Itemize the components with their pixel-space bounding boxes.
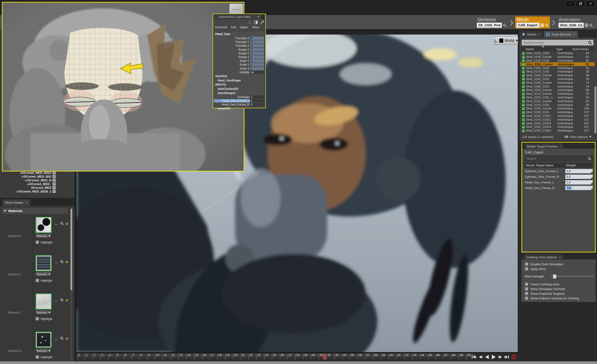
checkbox[interactable]: ✓ xyxy=(52,178,56,182)
checkbox[interactable]: ✓ xyxy=(52,174,56,178)
step-back-button[interactable] xyxy=(479,355,483,359)
timeline-tick[interactable]: 32 xyxy=(327,354,334,360)
checkbox[interactable] xyxy=(35,279,39,282)
channel-label[interactable]: Translate X xyxy=(214,37,250,40)
checkbox[interactable] xyxy=(525,292,528,295)
channel-value-field[interactable]: 1 xyxy=(250,59,264,63)
channel-label[interactable]: Scale Y xyxy=(214,63,250,66)
asset-row[interactable]: Shot_0160_COGAnimSeque51 xyxy=(520,66,595,70)
textures-dropdown[interactable]: Textures xyxy=(35,348,51,354)
breadcrumb-stage-skeleton[interactable]: SkeletonSK_COG_Prot xyxy=(476,16,508,28)
asset-row[interactable]: Shot_0140_COGAnimSeque92 xyxy=(520,59,595,63)
browse-icon[interactable] xyxy=(60,222,64,226)
channel-value-field[interactable]: 0 xyxy=(250,52,264,55)
channel-value-field[interactable]: 0 xyxy=(250,55,264,59)
checkbox[interactable] xyxy=(35,355,39,359)
search-icon[interactable] xyxy=(589,24,593,27)
drag-corner-icon[interactable] xyxy=(591,177,593,179)
channel-value-field[interactable]: 1 xyxy=(250,95,264,99)
channel-label[interactable]: Scale X xyxy=(214,59,250,63)
morph-weight-input[interactable]: 1.0 xyxy=(565,180,593,185)
timeline-tick[interactable]: 18 xyxy=(217,354,225,360)
grid-icon[interactable] xyxy=(541,24,544,27)
timeline-tick[interactable]: 28 xyxy=(295,354,303,360)
channel-label[interactable]: Visibility xyxy=(214,71,250,74)
browse-icon[interactable] xyxy=(60,336,64,341)
slider-handle[interactable] xyxy=(553,274,557,279)
drag-corner-icon[interactable] xyxy=(591,171,593,173)
reset-icon[interactable]: ↺ xyxy=(65,222,68,226)
timeline-tick[interactable]: 41 xyxy=(397,354,404,360)
timeline-tick[interactable]: 25 xyxy=(272,354,280,360)
asset-row[interactable]: Shot_0230_COG3AnimSeque107 xyxy=(520,121,595,125)
textures-dropdown[interactable]: Textures xyxy=(35,272,51,277)
column-type[interactable]: Type xyxy=(556,47,572,51)
timeline-tick[interactable]: 23 xyxy=(256,354,264,360)
step-forward-button[interactable] xyxy=(498,355,502,359)
timeline-tick[interactable]: 8 xyxy=(140,354,147,360)
timeline-tick[interactable]: 4 xyxy=(109,354,116,360)
world-coordinate-button[interactable]: World xyxy=(494,36,519,45)
skeleton-tree-row[interactable]: DConed_MED_B✓ xyxy=(0,178,75,182)
timeline-tick[interactable]: 44 xyxy=(420,354,428,360)
material-thumbnail[interactable] xyxy=(35,255,52,271)
render-sphere-icon[interactable] xyxy=(254,20,258,24)
timeline-tick[interactable]: 37 xyxy=(365,354,373,360)
checkbox[interactable]: ✓ xyxy=(52,190,56,193)
asset-row[interactable]: Shot_0230_COG5AnimSeque107 xyxy=(520,129,595,133)
checkbox[interactable] xyxy=(525,296,528,300)
channel-value-field[interactable]: on xyxy=(250,71,264,74)
channel-value-field[interactable]: 0 xyxy=(250,44,264,47)
channel-value-field[interactable]: 0 xyxy=(250,48,264,51)
textures-dropdown[interactable]: Textures xyxy=(35,233,51,239)
timeline-tick[interactable]: 7 xyxy=(132,354,140,360)
channel-label[interactable]: Head_Geo_Furrow_L xyxy=(214,99,250,103)
skeleton-tree-row[interactable]: DConed_MED_B028_1✓ xyxy=(0,190,75,193)
timeline-tick[interactable]: 49 xyxy=(459,354,467,360)
channel-label[interactable]: Envelope xyxy=(214,95,250,99)
timeline-tick[interactable]: 30 xyxy=(319,354,327,360)
timeline-tick[interactable]: 13 xyxy=(178,354,186,360)
tab-details[interactable]: Details ✕ xyxy=(519,31,543,38)
morph-weight-input[interactable]: 0.0 xyxy=(565,185,593,190)
breadcrumb-stage-mesh[interactable]: MeshCAR_Export xyxy=(515,16,550,28)
use-selected-icon[interactable]: ← xyxy=(55,337,59,340)
channel-node-name[interactable]: blendShape1 xyxy=(214,91,265,95)
skeleton-tree-row[interactable]: DConed_MED_B02✓ xyxy=(0,174,75,178)
timeline-tick[interactable]: 15 xyxy=(194,354,202,360)
timeline-tick[interactable]: 29 xyxy=(303,354,311,360)
asset-row[interactable]: Shot_0230_CarrierAnimSeque106 xyxy=(520,107,595,110)
arrow-cursor-icon[interactable] xyxy=(260,20,264,24)
close-icon[interactable]: ✕ xyxy=(586,1,595,7)
close-icon[interactable]: ✕ xyxy=(538,33,541,36)
loop-button[interactable] xyxy=(511,354,517,360)
timeline-tick[interactable]: 12 xyxy=(171,354,178,360)
menu-show[interactable]: Show xyxy=(252,26,259,29)
asset-row[interactable]: Shot_0230_COG2AnimSeque107 xyxy=(520,118,595,121)
timeline-tick[interactable]: 14 xyxy=(186,354,194,360)
checkbox[interactable] xyxy=(525,267,528,271)
asset-row[interactable]: Shot_0230_COG1AnimSeque107 xyxy=(520,114,595,118)
scrollbar-thumb[interactable] xyxy=(71,209,72,290)
channel-value-field[interactable]: 1 xyxy=(250,99,264,103)
timeline-tick[interactable]: 39 xyxy=(381,354,389,360)
asset-row[interactable]: Shot_0230_COGAnimSeque107 xyxy=(520,110,595,114)
column-name[interactable]: Name xyxy=(520,47,556,51)
timeline-tick[interactable]: 38 xyxy=(373,354,381,360)
browse-icon[interactable] xyxy=(60,260,64,264)
asset-row[interactable]: Shot_0130_COGAnimSeque64 xyxy=(520,51,595,55)
timeline-ruler[interactable]: 0123456789101112131415161718192021222324… xyxy=(77,354,475,360)
asset-row[interactable]: Shot_0220_CarrierAnimSeque50 xyxy=(520,99,595,103)
expand-triangle-icon[interactable] xyxy=(16,190,18,192)
close-icon[interactable]: ✕ xyxy=(559,255,561,259)
search-icon[interactable] xyxy=(503,24,507,27)
asset-row[interactable]: Shot_0140_CarrierAnimSeque92 xyxy=(520,55,595,59)
skeleton-tree-row[interactable]: DConed_MED✓ xyxy=(0,186,75,190)
restore-icon[interactable] xyxy=(576,1,585,7)
scrollbar-thumb[interactable] xyxy=(594,87,596,133)
drag-corner-icon[interactable] xyxy=(591,188,593,190)
checkbox[interactable] xyxy=(35,240,39,244)
reset-icon[interactable]: ↺ xyxy=(65,261,68,264)
timeline-tick[interactable]: 35 xyxy=(350,354,358,360)
channel-value-field[interactable]: 0 xyxy=(250,37,264,40)
